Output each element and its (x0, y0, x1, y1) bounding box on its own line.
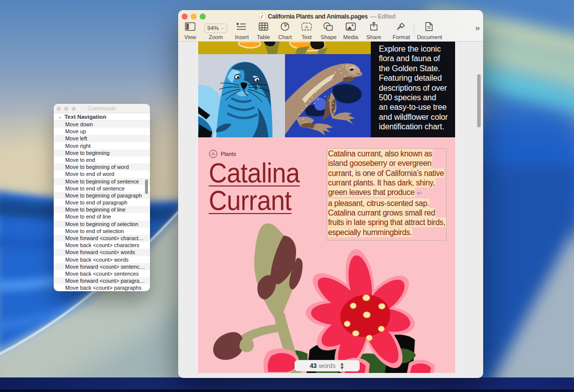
svg-text:A: A (305, 24, 309, 30)
